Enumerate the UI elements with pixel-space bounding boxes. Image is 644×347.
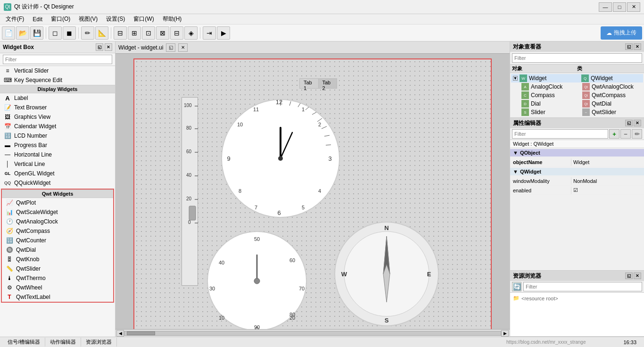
prop-windowmodality[interactable]: windowModality NonModal bbox=[510, 176, 644, 186]
tb-vlayout[interactable]: ⊞ bbox=[128, 26, 141, 40]
tb-form[interactable]: ⊠ bbox=[156, 26, 169, 40]
tab2[interactable]: Tab 2 bbox=[319, 79, 337, 88]
obj-row-analogclock[interactable]: A AnalogClock Qt QwtAnalogClock bbox=[511, 83, 643, 91]
upload-button[interactable]: ☁ 拖拽上传 bbox=[601, 26, 642, 40]
res-root-row[interactable]: 📁 <resource root> bbox=[512, 295, 642, 302]
obj-row-slider[interactable]: S Slider ↔ QwtSlider bbox=[511, 108, 643, 116]
analog-clock-widget[interactable]: 12 3 6 9 1 2 4 5 7 8 10 11 bbox=[219, 92, 342, 224]
widget-item-h-line[interactable]: — Horizontal Line bbox=[0, 150, 115, 159]
minimize-button[interactable]: — bbox=[599, 2, 612, 12]
tb-new[interactable]: 📄 bbox=[2, 26, 15, 40]
menu-help[interactable]: 帮助(H) bbox=[159, 14, 186, 24]
widget-item-graphics-view[interactable]: 🖼 Graphics View bbox=[0, 112, 115, 122]
widget-box-close[interactable]: ✕ bbox=[105, 43, 112, 51]
widget-item-qwtthermo[interactable]: 🌡 QwtThermo bbox=[2, 273, 113, 283]
res-filter-input[interactable] bbox=[523, 282, 642, 291]
menu-file[interactable]: 文件(F) bbox=[2, 14, 28, 24]
close-button[interactable]: ✕ bbox=[627, 2, 640, 12]
hscroll-track[interactable] bbox=[124, 331, 501, 336]
tb-edit-widgets[interactable]: ✏ bbox=[81, 26, 94, 40]
menu-edit[interactable]: Edit bbox=[29, 15, 46, 24]
prop-filter-input[interactable] bbox=[512, 129, 608, 139]
tb-save[interactable]: 💾 bbox=[30, 26, 43, 40]
vertical-scale[interactable]: 100 80 60 40 20 0 bbox=[182, 97, 198, 286]
widget-item-qwtcounter[interactable]: 🔢 QwtCounter bbox=[2, 236, 113, 245]
obj-row-compass[interactable]: C Compass Qt QwtCompass bbox=[511, 91, 643, 99]
menu-view[interactable]: 视图(V) bbox=[75, 14, 101, 24]
widget-item-key-seq[interactable]: ⌨ Key Sequence Edit bbox=[0, 75, 115, 85]
hscroll-thumb[interactable] bbox=[127, 331, 155, 335]
widget-item-qqquick[interactable]: QQ QQuickWidget bbox=[0, 178, 115, 188]
obj-row-dial[interactable]: D Dial Qt QwtDial bbox=[511, 99, 643, 108]
prop-remove-btn[interactable]: − bbox=[620, 129, 631, 139]
widget-item-v-line[interactable]: │ Vertical Line bbox=[0, 159, 115, 169]
tb-grid[interactable]: ⊡ bbox=[142, 26, 155, 40]
scroll-left-btn[interactable]: ◀ bbox=[116, 330, 124, 337]
tb-hlayout[interactable]: ⊟ bbox=[114, 26, 127, 40]
widget-box-float[interactable]: ◱ bbox=[96, 43, 103, 51]
status-tab-actions[interactable]: 动作编辑器 bbox=[45, 338, 81, 347]
widget-item-qwttextlabel[interactable]: T QwtTextLabel bbox=[2, 292, 113, 302]
menu-window-w[interactable]: 窗口(W) bbox=[130, 14, 157, 24]
prop-configure-btn[interactable]: ✏ bbox=[632, 129, 642, 139]
obj-row-widget[interactable]: ▼ W Widget Q QWidget bbox=[511, 74, 643, 83]
widget-item-qwtclock[interactable]: 🕐 QwtAnalogClock bbox=[2, 217, 113, 226]
menu-settings[interactable]: 设置(S) bbox=[102, 14, 129, 24]
tb-preview[interactable]: ▶ bbox=[217, 26, 230, 40]
tb-edit-layout[interactable]: 📐 bbox=[95, 26, 108, 40]
prop-add-btn[interactable]: + bbox=[609, 129, 619, 139]
widget-item-qwtknob[interactable]: 🎛 QwtKnob bbox=[2, 255, 113, 264]
tb-undo[interactable]: ◻ bbox=[49, 26, 62, 40]
widget-item-qwtslider[interactable]: 📏 QwtSlider bbox=[2, 264, 113, 273]
scroll-right-btn[interactable]: ▶ bbox=[501, 330, 509, 337]
upload-icon: ☁ bbox=[606, 30, 612, 36]
dial-widget[interactable]: 50 60 70 80 90 - 30 40 0 10 20 bbox=[205, 229, 309, 329]
widget-filter-input[interactable] bbox=[3, 55, 112, 64]
res-browser-close[interactable]: ✕ bbox=[634, 273, 641, 279]
res-browser-float[interactable]: ◱ bbox=[625, 273, 633, 279]
tb-break[interactable]: ⊟ bbox=[170, 26, 183, 40]
canvas-close-btn[interactable]: ✕ bbox=[178, 43, 188, 52]
obj-class-widget: QWidget bbox=[591, 75, 641, 82]
widget-item-progress-bar[interactable]: ▬ Progress Bar bbox=[0, 140, 115, 150]
obj-inspector-close[interactable]: ✕ bbox=[634, 43, 641, 50]
tab1[interactable]: Tab 1 bbox=[300, 79, 319, 88]
tb-redo[interactable]: ◼ bbox=[63, 26, 76, 40]
widget-item-qwtdial[interactable]: 🔘 QwtDial bbox=[2, 245, 113, 255]
res-browser-header: 资源浏览器 ◱ ✕ bbox=[510, 271, 644, 281]
widget-item-qwtplot[interactable]: 📈 QwtPlot bbox=[2, 198, 113, 207]
widget-item-opengl[interactable]: GL OpenGL Widget bbox=[0, 169, 115, 178]
tb-adjust[interactable]: ◈ bbox=[184, 26, 198, 40]
res-refresh-btn[interactable]: 🔄 bbox=[512, 282, 521, 291]
prop-editor-close[interactable]: ✕ bbox=[634, 120, 641, 126]
widget-item-calendar[interactable]: 📅 Calendar Widget bbox=[0, 122, 115, 131]
prop-objectname[interactable]: objectName Widget bbox=[510, 157, 644, 167]
prop-editor-float[interactable]: ◱ bbox=[625, 120, 633, 126]
obj-inspector-float[interactable]: ◱ bbox=[625, 43, 633, 50]
maximize-button[interactable]: □ bbox=[613, 2, 626, 12]
obj-filter-area bbox=[510, 52, 644, 65]
tab-widget[interactable]: Tab 1 Tab 2 bbox=[299, 78, 337, 89]
widget-item-lcd[interactable]: 🔢 LCD Number bbox=[0, 131, 115, 140]
tb-taborder[interactable]: ⇥ bbox=[203, 26, 216, 40]
lcd-icon: 🔢 bbox=[4, 132, 11, 140]
menu-window-o[interactable]: 窗口(O) bbox=[47, 14, 74, 24]
status-tab-resources[interactable]: 资源浏览器 bbox=[81, 338, 117, 347]
widget-item-label[interactable]: A Label bbox=[0, 93, 115, 103]
status-tab-signals[interactable]: 信号/槽编辑器 bbox=[3, 338, 45, 347]
tb-open[interactable]: 📂 bbox=[16, 26, 29, 40]
widget-item-vertical-slider[interactable]: ≡ Vertical Slider bbox=[0, 66, 115, 75]
canvas-area[interactable]: Tab 1 Tab 2 100 80 60 40 20 bbox=[116, 54, 510, 329]
obj-filter-input[interactable] bbox=[512, 53, 642, 63]
expand-widget[interactable]: ▼ bbox=[513, 76, 518, 81]
prop-enabled[interactable]: enabled ☑ bbox=[510, 186, 644, 195]
widget-box-header: Widget Box ◱ ✕ bbox=[0, 41, 115, 53]
widget-item-qwtwheel[interactable]: ⚙ QwtWheel bbox=[2, 283, 113, 292]
design-canvas[interactable]: Tab 1 Tab 2 100 80 60 40 20 bbox=[133, 58, 492, 329]
widget-item-text-browser[interactable]: 📝 Text Browser bbox=[0, 103, 115, 112]
obj-inspector-title: 对象查看器 bbox=[513, 43, 541, 51]
widget-item-qwtscale[interactable]: 📊 QwtScaleWidget bbox=[2, 207, 113, 217]
compass-widget[interactable]: N E S W bbox=[332, 220, 441, 328]
canvas-restore-btn[interactable]: ◱ bbox=[166, 43, 175, 52]
widget-item-qwtcompass[interactable]: 🧭 QwtCompass bbox=[2, 226, 113, 236]
